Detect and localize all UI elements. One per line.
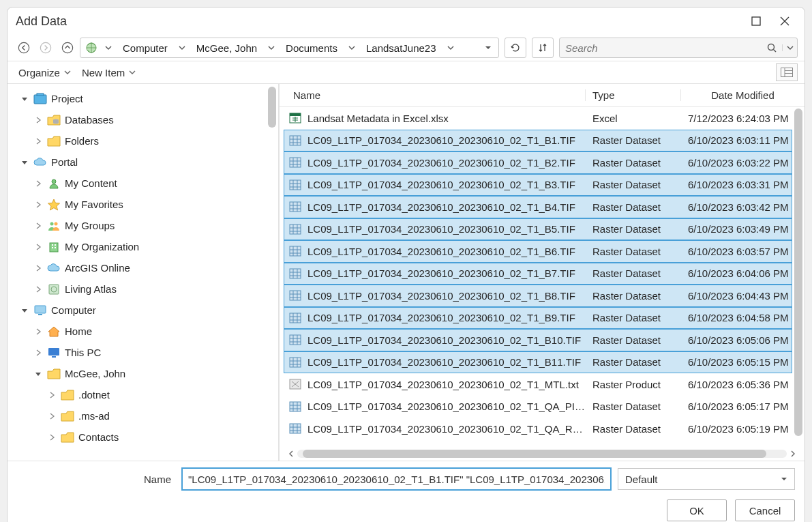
file-row[interactable]: LC09_L1TP_017034_20230610_20230610_02_T1…	[284, 151, 792, 174]
collapse-icon[interactable]	[18, 96, 31, 102]
expand-icon[interactable]	[32, 328, 44, 335]
chevron-down-icon[interactable]	[262, 44, 280, 51]
tree-databases[interactable]: Databases	[7, 109, 278, 130]
file-row[interactable]: LC09_L1TP_017034_20230610_20230610_02_T1…	[284, 196, 792, 218]
file-row[interactable]: LC09_L1TP_017034_20230610_20230610_02_T1…	[284, 285, 792, 307]
new-item-menu[interactable]: New Item	[78, 66, 140, 80]
toolbar: Organize New Item	[7, 61, 805, 84]
chevron-down-icon[interactable]	[100, 44, 117, 51]
tree-scrollbar[interactable]	[268, 87, 276, 128]
expand-icon[interactable]	[32, 138, 44, 145]
organize-menu[interactable]: Organize	[14, 66, 75, 80]
collapse-icon[interactable]	[18, 159, 31, 166]
tree-my-organization[interactable]: My Organization	[7, 236, 278, 257]
collapse-icon[interactable]	[32, 371, 44, 377]
tree-this-pc[interactable]: This PC	[7, 342, 278, 363]
tree-msad[interactable]: .ms-ad	[7, 405, 278, 426]
sort-button[interactable]	[532, 38, 554, 58]
column-type[interactable]: Type	[585, 89, 680, 101]
tree-my-content[interactable]: My Content	[7, 173, 278, 194]
scroll-right-icon[interactable]	[787, 450, 799, 457]
file-row[interactable]: LC09_L1TP_017034_20230610_20230610_02_T1…	[284, 130, 792, 152]
forward-button[interactable]	[36, 38, 55, 57]
file-row[interactable]: LC09_L1TP_017034_20230610_20230610_02_T1…	[284, 240, 792, 263]
catalog-tree[interactable]: Project Databases Folders Portal My Con	[7, 84, 279, 461]
tree-dotnet[interactable]: .dotnet	[7, 384, 278, 405]
breadcrumb-segment[interactable]: McGee, John	[191, 38, 262, 57]
expand-icon[interactable]	[32, 117, 44, 124]
expand-icon[interactable]	[32, 244, 44, 250]
tree-folders[interactable]: Folders	[7, 130, 278, 151]
breadcrumb-segment[interactable]: LandsatJune23	[361, 38, 442, 57]
expand-icon[interactable]	[32, 201, 44, 208]
tree-arcgis-online[interactable]: ArcGIS Online	[7, 257, 278, 278]
refresh-button[interactable]	[505, 38, 526, 58]
ok-button[interactable]: OK	[667, 499, 727, 521]
view-toggle-button[interactable]	[776, 63, 798, 81]
tree-living-atlas[interactable]: Living Atlas	[7, 278, 278, 300]
file-row[interactable]: LC09_L1TP_017034_20230610_20230610_02_T1…	[284, 351, 792, 374]
chevron-down-icon[interactable]	[442, 44, 460, 51]
file-row[interactable]: LC09_L1TP_017034_20230610_20230610_02_T1…	[284, 396, 792, 418]
filter-dropdown[interactable]: Default	[618, 468, 795, 490]
expand-icon[interactable]	[32, 222, 44, 229]
file-row[interactable]: LC09_L1TP_017034_20230610_20230610_02_T1…	[284, 263, 792, 285]
chevron-down-icon[interactable]	[173, 44, 191, 51]
chevron-down-icon[interactable]	[343, 44, 361, 51]
file-row[interactable]: LC09_L1TP_017034_20230610_20230610_02_T1…	[284, 174, 792, 197]
file-row[interactable]: LC09_L1TP_017034_20230610_20230610_02_T1…	[284, 307, 792, 330]
close-button[interactable]	[770, 8, 799, 35]
maximize-button[interactable]	[742, 8, 770, 35]
search-box[interactable]	[559, 38, 798, 58]
scroll-thumb[interactable]	[303, 450, 766, 458]
tree-my-groups[interactable]: My Groups	[7, 215, 278, 236]
back-button[interactable]	[14, 38, 33, 57]
svg-rect-31	[290, 246, 301, 256]
file-row[interactable]: Landsat Metadata in Excel.xlsxExcel7/12/…	[284, 107, 792, 130]
file-row[interactable]: LC09_L1TP_017034_20230610_20230610_02_T1…	[284, 329, 792, 351]
expand-icon[interactable]	[32, 349, 44, 356]
file-type: Raster Dataset	[586, 223, 681, 235]
search-dropdown-icon[interactable]	[782, 44, 797, 51]
cancel-button[interactable]: Cancel	[735, 499, 795, 521]
name-input[interactable]	[182, 468, 611, 490]
chevron-down-icon	[781, 476, 787, 482]
address-bar[interactable]: ComputerMcGee, JohnDocumentsLandsatJune2…	[80, 38, 499, 58]
search-input[interactable]	[560, 42, 762, 54]
collapse-icon[interactable]	[18, 307, 31, 314]
column-name[interactable]: Name	[280, 89, 585, 101]
expand-icon[interactable]	[46, 392, 58, 398]
file-row[interactable]: LC09_L1TP_017034_20230610_20230610_02_T1…	[284, 418, 792, 440]
chevron-down-icon	[64, 69, 71, 76]
expand-icon[interactable]	[32, 286, 44, 293]
scroll-track[interactable]	[297, 450, 787, 458]
search-icon[interactable]	[762, 42, 782, 53]
file-rows[interactable]: Landsat Metadata in Excel.xlsxExcel7/12/…	[280, 107, 805, 447]
file-row[interactable]: LC09_L1TP_017034_20230610_20230610_02_T1…	[284, 218, 792, 241]
expand-icon[interactable]	[32, 265, 44, 272]
breadcrumb-segment[interactable]: Computer	[117, 38, 173, 57]
tree-label: My Content	[65, 177, 117, 189]
tree-project[interactable]: Project	[7, 88, 278, 109]
tree-my-favorites[interactable]: My Favorites	[7, 194, 278, 215]
expand-icon[interactable]	[46, 413, 58, 420]
address-dropdown-icon[interactable]	[481, 44, 496, 51]
list-scrollbar[interactable]	[794, 108, 802, 436]
horizontal-scrollbar[interactable]	[280, 447, 805, 461]
tree-home[interactable]: Home	[7, 321, 278, 342]
scroll-left-icon[interactable]	[285, 450, 297, 457]
tree-contacts[interactable]: Contacts	[7, 426, 278, 448]
breadcrumb-segment[interactable]: Documents	[280, 38, 343, 57]
file-row[interactable]: LC09_L1TP_017034_20230610_20230610_02_T1…	[284, 373, 792, 396]
up-button[interactable]	[58, 38, 77, 57]
tree-portal[interactable]: Portal	[7, 151, 278, 173]
raster-icon	[286, 334, 305, 346]
svg-rect-35	[290, 335, 301, 345]
expand-icon[interactable]	[32, 180, 44, 187]
column-date[interactable]: Date Modified	[680, 89, 805, 101]
raster-icon	[286, 223, 305, 235]
tree-computer[interactable]: Computer	[7, 300, 278, 321]
expand-icon[interactable]	[46, 434, 58, 441]
tree-user-folder[interactable]: McGee, John	[7, 363, 278, 384]
svg-rect-27	[290, 158, 301, 167]
